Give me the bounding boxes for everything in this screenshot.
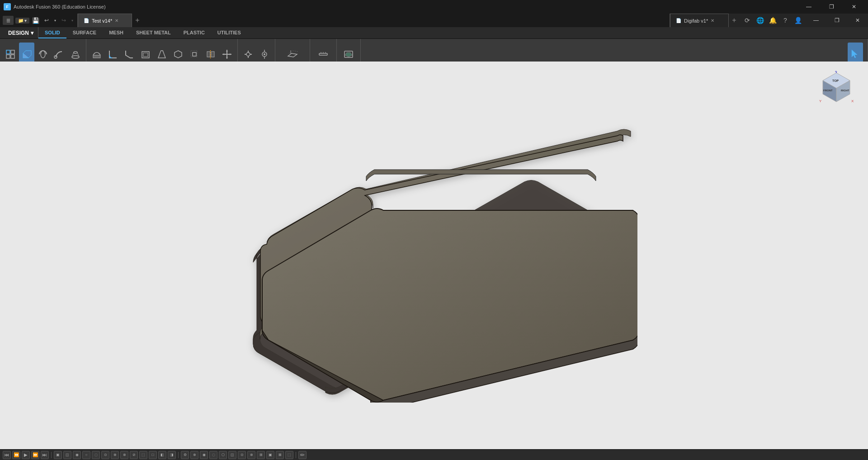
view-mode-3[interactable]: ◉ (73, 451, 81, 459)
view-mode-8[interactable]: ⊗ (120, 451, 128, 459)
add-tab-button[interactable]: + (132, 14, 143, 27)
view-mode-7[interactable]: ⊕ (111, 451, 119, 459)
app-icon: F (4, 3, 11, 10)
svg-rect-2 (6, 55, 10, 58)
view-mode-12[interactable]: ◧ (158, 451, 166, 459)
close-button[interactable]: ✕ (844, 0, 864, 14)
redo-button[interactable]: ↪ (59, 16, 68, 25)
digifab-tab-icon: 📄 (676, 18, 681, 23)
view-cube[interactable]: X Y Z TOP RIGHT FRONT (818, 71, 854, 107)
display-11[interactable]: ⊠ (276, 451, 284, 459)
view-mode-11[interactable]: □ (149, 451, 157, 459)
digifab-tab-label: Digifab v1* (684, 18, 708, 24)
svg-marker-45 (852, 50, 857, 58)
svg-marker-26 (226, 57, 228, 59)
svg-point-10 (74, 52, 77, 53)
statusbar-sep3 (296, 452, 296, 458)
maximize-button[interactable]: ❐ (821, 0, 842, 14)
play-button[interactable]: ▶ (22, 451, 30, 459)
tab-mesh[interactable]: MESH (103, 27, 130, 38)
shell-icon (140, 49, 151, 60)
view-mode-9[interactable]: ⊘ (130, 451, 138, 459)
display-1[interactable]: ⚙ (181, 451, 189, 459)
tab-close-icon[interactable]: ✕ (115, 18, 118, 23)
view-mode-10[interactable]: ⬚ (139, 451, 147, 459)
svg-rect-0 (6, 50, 10, 54)
tab-surface[interactable]: SURFACE (66, 27, 103, 38)
utilities-label: UTILITIES (217, 30, 241, 35)
svg-marker-16 (158, 51, 165, 58)
display-4[interactable]: ◌ (209, 451, 217, 459)
view-mode-6[interactable]: ⊙ (101, 451, 109, 459)
sync-icon[interactable]: ⟳ (742, 15, 752, 25)
save-button[interactable]: 💾 (31, 16, 40, 25)
display-8[interactable]: ⊗ (247, 451, 255, 459)
display-7[interactable]: ⊙ (238, 451, 246, 459)
display-3[interactable]: ◉ (200, 451, 208, 459)
undo-button[interactable]: ↩ (42, 16, 51, 25)
play-start-button[interactable]: ⏮ (3, 451, 11, 459)
view-mode-5[interactable]: ◌ (92, 451, 100, 459)
design-dropdown[interactable]: DESIGN ▾ (4, 27, 38, 38)
mode-tabbar: DESIGN ▾ SOLID SURFACE MESH SHEET METAL … (0, 27, 868, 39)
win2-close[interactable]: ✕ (847, 14, 868, 27)
display-2[interactable]: ⊕ (190, 451, 198, 459)
view-mode-2[interactable]: ◫ (63, 451, 71, 459)
file-button[interactable]: 📁▾ (15, 18, 29, 24)
sweep-icon (54, 49, 65, 60)
combine-icon (173, 49, 184, 60)
display-10[interactable]: ▣ (266, 451, 274, 459)
titlebar-right: — ❐ ✕ (798, 0, 864, 14)
svg-marker-28 (230, 53, 231, 55)
play-forward-button[interactable]: ⏩ (31, 451, 39, 459)
undo-dropdown[interactable]: ▾ (53, 16, 57, 25)
help-icon[interactable]: ? (780, 15, 790, 25)
app-menu-button[interactable]: ☰ (3, 16, 14, 25)
revolve-icon (38, 49, 48, 60)
view-mode-4[interactable]: ○ (82, 451, 90, 459)
tab-utilities[interactable]: UTILITIES (211, 27, 247, 38)
new-joint-icon (243, 49, 254, 60)
tab-test[interactable]: 📄 Test v14* ✕ (78, 14, 132, 27)
cursor-tool-button[interactable]: ✏ (298, 451, 307, 459)
new-window-button[interactable]: + (729, 14, 740, 27)
move-icon (222, 49, 232, 60)
tab-solid[interactable]: SOLID (38, 27, 66, 38)
select-tool-icon (850, 49, 861, 60)
display-9[interactable]: ⊞ (257, 451, 265, 459)
svg-text:Z: Z (835, 71, 837, 73)
digifab-close-icon[interactable]: ✕ (711, 18, 714, 23)
svg-text:FRONT: FRONT (823, 89, 833, 92)
tab-digifab[interactable]: 📄 Digifab v1* ✕ (670, 14, 729, 27)
svg-marker-17 (175, 51, 182, 58)
view-mode-13[interactable]: ◨ (168, 451, 176, 459)
win2-minimize[interactable]: — (806, 14, 826, 27)
display-5[interactable]: ⬡ (219, 451, 227, 459)
plastic-label: PLASTIC (184, 30, 205, 35)
extrude-icon (21, 49, 32, 60)
tab-sheet-metal[interactable]: SHEET METAL (130, 27, 177, 38)
display-6[interactable]: ◫ (228, 451, 236, 459)
svg-rect-13 (93, 55, 100, 58)
win2-maximize[interactable]: ❐ (826, 14, 847, 27)
tab-plastic[interactable]: PLASTIC (177, 27, 211, 38)
surface-label: SURFACE (73, 30, 97, 35)
svg-point-7 (41, 51, 45, 58)
minimize-button[interactable]: — (798, 0, 819, 14)
redo-dropdown[interactable]: ▾ (70, 16, 75, 25)
notification-icon[interactable]: 🔔 (768, 15, 778, 25)
quick-access: ☰ 📁▾ 💾 ↩ ▾ ↪ ▾ (0, 14, 78, 27)
measure-icon (318, 49, 329, 60)
network-icon[interactable]: 🌐 (755, 15, 765, 25)
svg-rect-18 (193, 52, 196, 56)
offset-plane-icon (287, 49, 298, 60)
play-end-button[interactable]: ⏭ (41, 451, 49, 459)
display-12[interactable]: ⬚ (285, 451, 293, 459)
svg-rect-3 (11, 55, 14, 58)
view-mode-1[interactable]: ▣ (54, 451, 62, 459)
design-label: DESIGN (8, 30, 29, 36)
play-back-button[interactable]: ⏪ (12, 451, 20, 459)
second-window-area: 📄 Digifab v1* ✕ + ⟳ 🌐 🔔 ? 👤 — ❐ ✕ (670, 14, 868, 27)
viewport[interactable]: X Y Z TOP RIGHT FRONT (0, 62, 868, 449)
user-icon[interactable]: 👤 (793, 15, 803, 25)
